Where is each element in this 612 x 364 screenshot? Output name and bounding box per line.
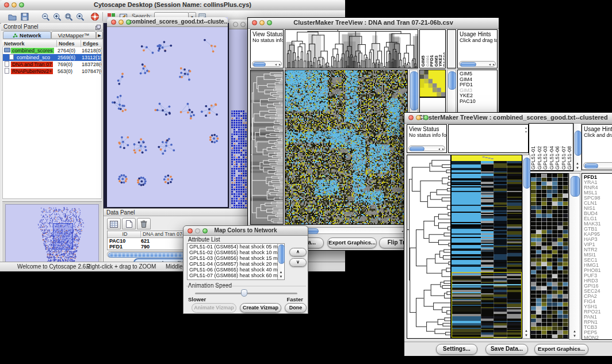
column-labels-vscrollbar[interactable]: ▲ ▼	[573, 123, 582, 171]
save-data-button[interactable]: Save Data...	[485, 344, 528, 355]
cytoscape-titlebar[interactable]: Cytoscape Desktop (Session Name: collins…	[0, 0, 345, 11]
column-label[interactable]: GPL51-03 (GSM856)	[542, 125, 549, 170]
scroll-up-arrow[interactable]: ▲	[525, 126, 527, 129]
col-nodes[interactable]: Nodes	[57, 40, 81, 47]
detail-heatmap-canvas[interactable]	[531, 174, 568, 338]
zoom-button[interactable]	[202, 228, 208, 233]
birdseye-view[interactable]	[5, 204, 99, 263]
column-label[interactable]: YKE2	[438, 32, 443, 67]
heatmap-vscrollbar[interactable]: ▲ ▼	[522, 155, 530, 339]
scroll-left-arrow[interactable]: ◂	[438, 147, 440, 151]
minimize-button[interactable]	[416, 115, 421, 120]
scroll-left-arrow[interactable]: ◂	[275, 62, 277, 66]
attribute-item[interactable]: GPL51-02 (GSM855) heat shock 10 min	[188, 250, 284, 255]
scroll-up-arrow[interactable]: ▲	[523, 329, 530, 333]
zoom-button[interactable]	[19, 2, 24, 7]
column-dendrogram-canvas[interactable]	[285, 30, 418, 68]
column-label[interactable]: PAC10	[443, 32, 445, 67]
row-dendrogram-canvas[interactable]	[407, 155, 450, 338]
treeview1-titlebar[interactable]: ClusterMaker TreeView : DNA and Tran 07-…	[248, 18, 499, 29]
scroll-down-arrow[interactable]: ▼	[525, 130, 527, 133]
scroll-thumb[interactable]	[253, 62, 266, 67]
col-network[interactable]: Network	[2, 40, 57, 47]
dialog-titlebar[interactable]: Map Colors to Network	[183, 226, 308, 236]
column-label[interactable]: GPL51-04 (GSM857)	[549, 125, 555, 170]
view-status-scrollbar[interactable]: ◂ ▸	[408, 145, 445, 151]
scroll-right-arrow[interactable]: ▸	[279, 62, 281, 66]
minimize-button[interactable]	[118, 20, 124, 25]
birdseye-viewport[interactable]	[53, 223, 73, 250]
export-graphics-button[interactable]: Export Graphics...	[327, 237, 377, 248]
scroll-thumb[interactable]	[410, 71, 418, 110]
col-edges[interactable]: Edges	[81, 40, 102, 47]
speed-slider-thumb[interactable]	[241, 289, 247, 297]
scroll-thumb[interactable]	[410, 147, 424, 151]
scroll-thumb[interactable]	[460, 62, 476, 67]
attribute-item[interactable]: GPL51-06 (GSM865) heat shock 40 min	[188, 267, 284, 273]
export-graphics-button[interactable]: Export Graphics...	[534, 344, 588, 355]
tab-vizmapper[interactable]: VizMapper™	[51, 31, 96, 39]
scroll-down-arrow[interactable]: ▼	[523, 334, 530, 338]
node-attributes-icon[interactable]	[107, 218, 121, 229]
scroll-right-arrow[interactable]: ▸	[442, 147, 444, 151]
attribute-item[interactable]: GPL51-03 (GSM856) heat shock 15 min	[188, 255, 284, 261]
tab-overflow-arrow[interactable]: ▶	[96, 31, 103, 39]
network-row-rnapubernov2[interactable]: RNAPuberNov2+ 563(0) 107847(0)	[3, 68, 101, 75]
zoom-fit-icon[interactable]	[63, 12, 74, 22]
tab-network[interactable]: Network	[3, 31, 51, 39]
save-icon[interactable]	[20, 12, 30, 22]
scroll-right-arrow[interactable]: ▸	[493, 62, 495, 66]
id-column-header[interactable]: ID	[108, 231, 141, 237]
detail-heatmap-canvas[interactable]	[420, 70, 445, 97]
column-label[interactable]: GPL51-01 (GSM854)	[530, 125, 537, 170]
global-heatmap-canvas[interactable]	[452, 155, 522, 338]
scroll-up-arrow[interactable]: ▲	[569, 329, 580, 334]
zoom-button[interactable]	[423, 115, 429, 120]
close-button[interactable]	[111, 20, 116, 25]
minimize-button[interactable]	[12, 2, 17, 7]
network-row-dna-and-tran[interactable]: DNA and Tran 07 769(0) 183728(0)	[3, 61, 101, 68]
zoom-button[interactable]	[267, 20, 272, 25]
column-label[interactable]: GIM5	[421, 32, 426, 67]
settings-button[interactable]: Settings...	[436, 344, 477, 355]
new-document-icon[interactable]	[122, 218, 136, 229]
move-down-button[interactable]: ∨	[289, 258, 307, 267]
network-canvas[interactable]	[107, 27, 228, 208]
close-button[interactable]	[4, 2, 9, 7]
view-status-scrollbar[interactable]: ◂ ▸	[252, 61, 282, 67]
global-heatmap-canvas[interactable]	[285, 70, 407, 224]
zoom-selected-icon[interactable]	[75, 12, 85, 22]
trash-icon[interactable]	[137, 218, 151, 229]
minimize-button[interactable]	[259, 20, 265, 25]
network-row-combined-scores[interactable]: combined_scores 2764(0) 16218(0)	[3, 47, 101, 54]
scroll-down-arrow[interactable]: ▼	[574, 166, 581, 170]
column-label[interactable]: GIM3	[434, 32, 439, 67]
close-button[interactable]	[188, 228, 193, 233]
treeview2-titlebar[interactable]: ClusterMaker TreeView : combined_scores_…	[404, 113, 612, 124]
scroll-down-arrow[interactable]: ▼	[569, 334, 580, 338]
usage-hints-scrollbar[interactable]: ◂ ▸	[459, 61, 496, 67]
scroll-up-arrow[interactable]: ▲	[278, 270, 284, 274]
column-label[interactable]: GPL51-07 (GSM868)	[561, 125, 567, 170]
column-label[interactable]: GPL51-08 (GSM872)	[567, 125, 572, 170]
network-window-titlebar[interactable]: combined_scores_good.txt--cluste...	[107, 17, 228, 27]
done-button[interactable]: Done	[285, 303, 307, 313]
scroll-thumb[interactable]	[278, 244, 285, 264]
column-label[interactable]: GPL51-06 (GSM865)	[554, 125, 561, 170]
create-vizmap-button[interactable]: Create Vizmap	[240, 303, 281, 313]
scroll-thumb[interactable]	[448, 71, 456, 90]
network-row-combined-sco-selected[interactable]: combined_sco 2569(6) 13112(15)	[3, 54, 101, 61]
animate-vizmap-button[interactable]: Animate Vizmap	[192, 303, 236, 313]
scroll-thumb[interactable]	[584, 163, 598, 168]
close-button[interactable]	[408, 115, 414, 120]
row-dendrogram-canvas[interactable]	[251, 70, 283, 224]
scroll-thumb[interactable]	[571, 176, 580, 197]
scroll-left-arrow[interactable]: ◂	[401, 229, 403, 233]
scroll-thumb[interactable]	[575, 131, 582, 156]
column-label[interactable]: PFD1	[430, 32, 434, 67]
scroll-left-arrow[interactable]: ◂	[489, 62, 491, 66]
zoom-button[interactable]	[126, 20, 131, 25]
zoom-in-icon[interactable]	[52, 12, 62, 22]
detail-vscrollbar[interactable]: ▲ ▼	[569, 173, 580, 340]
attribute-item[interactable]: GPL51-04 (GSM857) heat shock 20 min	[188, 261, 284, 267]
